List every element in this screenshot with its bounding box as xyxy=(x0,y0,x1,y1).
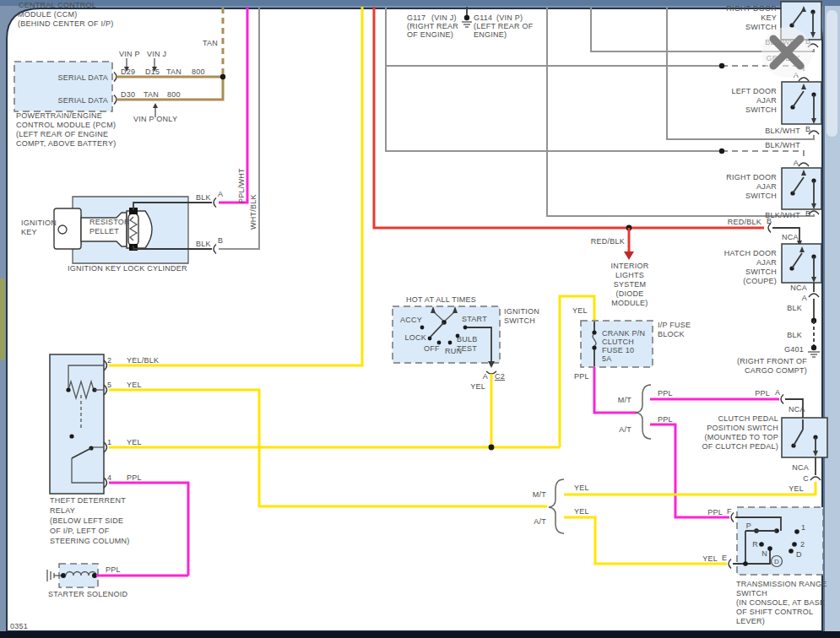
switch-title: OF CLUTCH PEDAL) xyxy=(702,442,778,451)
switch-title: AJAR xyxy=(756,182,777,191)
terminal-b: B xyxy=(805,209,810,218)
relay-title: (BELOW LEFT SIDE xyxy=(50,516,123,525)
pcm-pin-serial-data-1: SERIAL DATA xyxy=(57,73,108,82)
interior-lights-title: LIGHTS xyxy=(615,271,644,279)
trs-title: OF SHIFT CONTROL xyxy=(736,608,813,616)
ground-g117: G117 xyxy=(407,14,425,22)
wire-label-ppl: PPL xyxy=(755,389,770,397)
ground-g114: G114 xyxy=(474,14,492,22)
vin-j-label: VIN J xyxy=(147,50,166,58)
pcm-terminal-d30: D30 xyxy=(121,90,135,99)
wire-label-nca: NCA xyxy=(782,233,799,241)
relay-title: THEFT DETERRENT xyxy=(50,496,126,505)
position-bulb-test: TEST xyxy=(457,344,477,353)
bottom-bar xyxy=(0,631,840,638)
wire-label-ppl: PPL xyxy=(127,473,142,482)
pcm-title-line: COMPT, ABOVE BATTERY) xyxy=(16,139,116,148)
ground-g401: G401 xyxy=(784,345,804,354)
wire-label-nca: NCA xyxy=(789,405,805,414)
fuse-name: CRANK P/N xyxy=(602,329,645,338)
wire-label-nca: NCA xyxy=(790,284,807,292)
wire-label-yel: YEL xyxy=(789,484,804,493)
terminal-b: B xyxy=(805,125,810,133)
pcm-terminal-d29: D29 xyxy=(121,68,135,76)
terminal-a: A xyxy=(794,159,799,167)
wire-label-red-blk: RED/BLK xyxy=(728,218,761,226)
relay-title: OF I/P, LEFT OF xyxy=(50,527,110,535)
terminal-f: F xyxy=(727,507,732,516)
switch-title: KEY xyxy=(761,14,777,22)
position-d-circled: D xyxy=(774,558,779,565)
ground-g117-vin: (VIN J) xyxy=(431,14,457,22)
position-bulb-test: BULB xyxy=(457,335,478,343)
ground-g117-loc: OF ENGINE) xyxy=(407,30,453,39)
relay-title: RELAY xyxy=(50,506,75,515)
scrollbar-thumb[interactable] xyxy=(826,10,837,137)
ignition-key-label: IGNITION xyxy=(21,219,57,227)
fuse-name: CLUTCH xyxy=(602,338,634,346)
ground-location: (RIGHT FRONT OF xyxy=(737,357,807,365)
trs-title: LEVER) xyxy=(736,617,765,625)
vin-p-label: VIN P xyxy=(119,50,140,58)
terminal-a: A xyxy=(483,372,488,381)
wire-label-ppl: PPL xyxy=(658,389,673,397)
switch-title: AJAR xyxy=(756,258,777,267)
connector-c2: C2 xyxy=(495,372,505,381)
fuse-block-label: BLOCK xyxy=(658,330,685,338)
wire-label-nca: NCA xyxy=(792,463,809,472)
position-2: 2 xyxy=(800,540,805,549)
wire-label-ppl: PPL xyxy=(574,372,589,381)
starter-solenoid-title: STARTER SOLENOID xyxy=(48,590,127,598)
close-button[interactable] xyxy=(761,27,812,78)
terminal-a: A xyxy=(802,294,807,302)
switch-title: CLUTCH PEDAL xyxy=(718,414,778,423)
wire-label-tan: TAN xyxy=(203,39,218,47)
wire-label-yel: YEL xyxy=(127,381,142,389)
ground-g117-loc: (RIGHT REAR xyxy=(407,22,458,30)
wire-label-blk: BLK xyxy=(787,304,802,312)
left-edge-accent xyxy=(0,278,5,360)
relay-terminal-1: 1 xyxy=(107,438,111,446)
position-p: P xyxy=(746,522,751,530)
terminal-c: C xyxy=(803,474,809,483)
interior-lights-title: INTERIOR xyxy=(610,262,648,270)
switch-title: RIGHT DOOR xyxy=(726,4,777,13)
resistor-pellet-label: PELLET xyxy=(89,227,119,235)
fuse-block-label: I/P FUSE xyxy=(658,321,691,329)
ignition-switch-title: SWITCH xyxy=(504,316,535,325)
wire-label-red-blk: RED/BLK xyxy=(591,237,625,246)
trs-title: SWITCH xyxy=(736,589,767,597)
wire-label-yel: YEL xyxy=(574,507,589,516)
wire-label-blk: BLK xyxy=(196,193,211,202)
position-n: N xyxy=(761,549,767,558)
wire-label-blk: BLK xyxy=(196,240,211,248)
trs-title: (IN CONSOLE, AT BASE xyxy=(736,598,825,607)
pcm-pin-serial-data-2: SERIAL DATA xyxy=(57,96,108,105)
at-label: A/T xyxy=(619,425,631,434)
resistor-pellet-label: RESISTOR xyxy=(89,218,130,226)
wire-label-yel: YEL xyxy=(127,438,142,446)
wire-label-yel: YEL xyxy=(574,484,589,492)
pcm-terminal-d15: D15 xyxy=(145,68,160,76)
relay-terminal-5: 5 xyxy=(107,381,111,389)
lock-cylinder-title: IGNITION KEY LOCK CYLINDER xyxy=(68,264,187,273)
switch-title: LEFT DOOR xyxy=(731,87,777,95)
ground-g114-vin: (VIN P) xyxy=(496,14,523,22)
relay-terminal-4: 4 xyxy=(107,473,111,482)
interior-lights-title: SYSTEM xyxy=(614,280,647,289)
trs-title: TRANSMISSION RANGE xyxy=(736,580,827,588)
wire-label-ppl: PPL xyxy=(658,415,673,424)
wire-label-yel: YEL xyxy=(702,554,718,563)
ccm-title-line: (BEHIND CENTER OF I/P) xyxy=(18,19,114,28)
hot-at-all-times-label: HOT AT ALL TIMES xyxy=(406,295,476,304)
wire-color-tan: TAN xyxy=(144,90,159,99)
position-lock: LOCK xyxy=(404,333,426,342)
pcm-title-line: POWERTRAIN/ENGINE xyxy=(16,111,102,120)
interior-lights-title: MODULE) xyxy=(611,299,648,307)
terminal-a: A xyxy=(218,190,223,198)
switch-title: SWITCH xyxy=(745,268,777,276)
position-1: 1 xyxy=(801,523,805,532)
ground-g114-loc: ENGINE) xyxy=(474,30,507,39)
page-code: 0351 xyxy=(10,622,28,630)
interior-lights-title: (DIODE xyxy=(616,289,644,298)
